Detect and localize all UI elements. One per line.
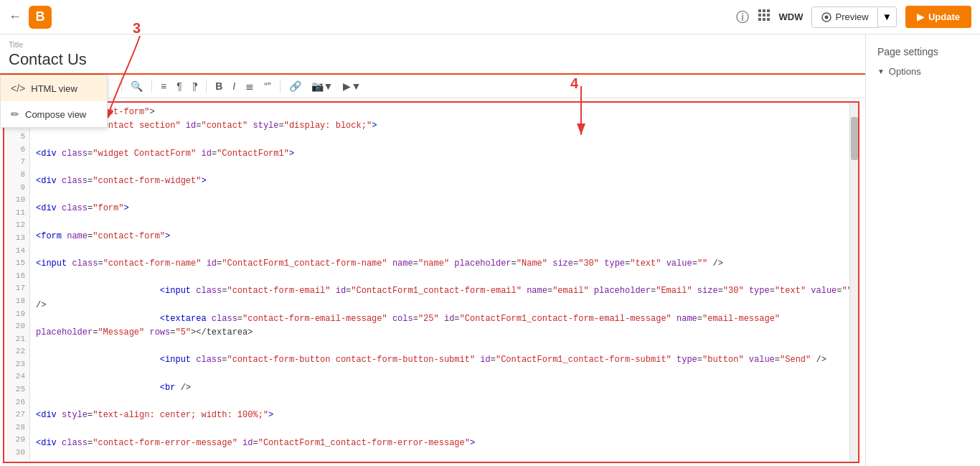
scrollbar-thumb[interactable] bbox=[851, 117, 858, 160]
svg-rect-8 bbox=[767, 18, 770, 21]
toolbar-align-left[interactable]: ≡ bbox=[156, 78, 171, 95]
code-content[interactable]: class="contact-form"> <div class="contac… bbox=[30, 103, 858, 462]
title-section: Title Contact Us bbox=[0, 34, 865, 75]
svg-rect-6 bbox=[758, 18, 761, 21]
toolbar-search[interactable]: 🔍 bbox=[126, 78, 147, 95]
toolbar-link[interactable]: 🔗 bbox=[285, 78, 306, 95]
update-button[interactable]: ▶ Update bbox=[905, 6, 971, 28]
html-view-label: HTML view bbox=[31, 83, 77, 94]
toolbar-image[interactable]: 📷▼ bbox=[307, 78, 338, 95]
preview-button[interactable]: Preview bbox=[811, 6, 877, 28]
editor-area: Title Contact Us </> HTML view ✏ Compose… bbox=[0, 34, 866, 466]
top-bar: ← B ⓘ WDW Preview ▼ ▶ Update bbox=[0, 0, 980, 34]
update-icon: ▶ bbox=[917, 11, 924, 22]
pencil-icon: ✏ bbox=[11, 108, 19, 120]
editor-toolbar: </> HTML view ✏ Compose view 🔍 ≡ ¶ ¶ B bbox=[0, 75, 865, 98]
apps-button[interactable] bbox=[758, 9, 771, 25]
svg-rect-1 bbox=[763, 9, 765, 12]
back-button[interactable]: ← bbox=[9, 9, 22, 24]
content-area: Title Contact Us </> HTML view ✏ Compose… bbox=[0, 34, 980, 466]
toolbar-paragraph[interactable]: ¶ bbox=[172, 78, 187, 95]
page-title[interactable]: Contact Us bbox=[9, 50, 857, 73]
toolbar-quote[interactable]: “” bbox=[260, 78, 275, 95]
view-switcher-panel: </> HTML view ✏ Compose view bbox=[0, 75, 108, 128]
help-button[interactable]: ⓘ bbox=[736, 9, 749, 26]
toolbar-rtl[interactable]: ¶ bbox=[188, 78, 202, 95]
toolbar-italic[interactable]: I bbox=[228, 78, 240, 95]
toolbar-strikethrough[interactable]: ≣ bbox=[241, 78, 258, 95]
title-label: Title bbox=[9, 40, 857, 49]
html-icon: </> bbox=[11, 83, 25, 94]
toolbar-video[interactable]: ▶▼ bbox=[339, 78, 365, 95]
html-view-item[interactable]: </> HTML view bbox=[1, 75, 107, 101]
options-label: Options bbox=[889, 66, 921, 77]
svg-rect-2 bbox=[767, 9, 770, 12]
sidebar-title: Page settings bbox=[877, 46, 969, 57]
svg-point-10 bbox=[825, 15, 829, 19]
svg-rect-0 bbox=[758, 9, 761, 12]
wdw-logo: WDW bbox=[779, 11, 804, 22]
chevron-down-icon: ▼ bbox=[877, 67, 885, 75]
html-editor[interactable]: 3 4 5 6 7 8 9 10 11 12 13 14 15 16 bbox=[3, 101, 859, 463]
svg-rect-5 bbox=[767, 14, 770, 17]
preview-label: Preview bbox=[835, 11, 868, 22]
compose-view-label: Compose view bbox=[25, 109, 86, 120]
line-numbers: 3 4 5 6 7 8 9 10 11 12 13 14 15 16 bbox=[4, 103, 30, 462]
update-label: Update bbox=[928, 11, 960, 22]
svg-rect-4 bbox=[763, 14, 765, 17]
preview-dropdown-button[interactable]: ▼ bbox=[878, 6, 897, 27]
svg-rect-7 bbox=[763, 18, 765, 21]
compose-view-item[interactable]: ✏ Compose view bbox=[1, 101, 107, 127]
right-sidebar: Page settings ▼ Options bbox=[866, 34, 980, 466]
scrollbar[interactable] bbox=[849, 103, 858, 462]
toolbar-bold[interactable]: B bbox=[211, 78, 227, 95]
blogger-logo: B bbox=[29, 6, 52, 29]
sidebar-options[interactable]: ▼ Options bbox=[877, 66, 969, 77]
svg-rect-3 bbox=[758, 14, 761, 17]
